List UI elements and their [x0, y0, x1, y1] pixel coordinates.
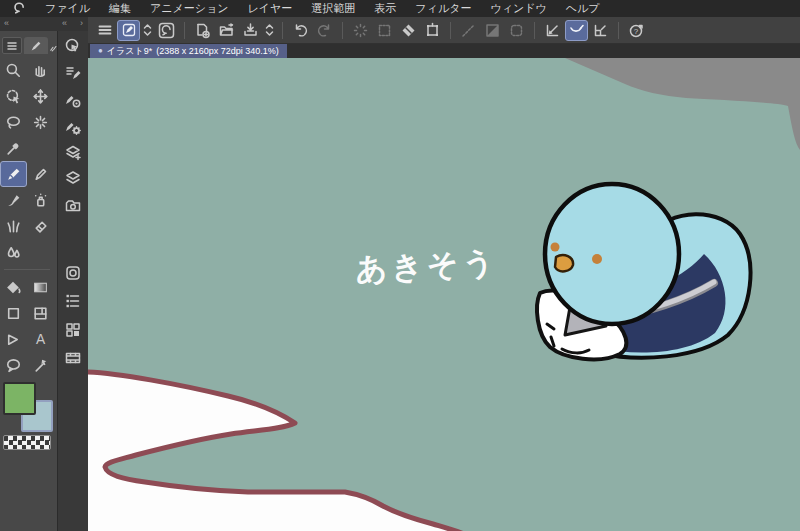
- menu-edit[interactable]: 編集: [109, 1, 131, 16]
- tool-grid: A: [0, 54, 57, 378]
- correct-line-tool[interactable]: [27, 352, 54, 378]
- lasso-tool[interactable]: [0, 109, 27, 135]
- airbrush-tool[interactable]: [27, 187, 54, 213]
- pencil-tool[interactable]: [27, 161, 54, 187]
- sub-tool-icon[interactable]: [64, 64, 82, 82]
- current-tool-object-icon[interactable]: [117, 20, 140, 41]
- menu-window[interactable]: ウィンドウ: [490, 1, 546, 16]
- save-icon[interactable]: [239, 20, 262, 41]
- material-icon[interactable]: [64, 321, 82, 339]
- tool-tab-next[interactable]: [50, 41, 57, 54]
- snap-to-special-ruler-icon[interactable]: [565, 20, 588, 41]
- svg-text:?: ?: [634, 27, 639, 36]
- left-sidebar: « « ›: [0, 17, 88, 531]
- menu-selection[interactable]: 選択範囲: [311, 1, 355, 16]
- svg-text:A: A: [36, 331, 46, 347]
- pen-tool[interactable]: [0, 161, 27, 187]
- move-layer-tool[interactable]: [27, 83, 54, 109]
- canvas-viewport[interactable]: あきそう: [88, 58, 800, 531]
- figure-tool[interactable]: [0, 300, 27, 326]
- document-title: イラスト9*: [107, 45, 152, 58]
- rotate-canvas-tool[interactable]: [0, 83, 27, 109]
- redo-icon[interactable]: [313, 20, 336, 41]
- toolbar-separator: [282, 22, 283, 39]
- tool-expand-icon[interactable]: [141, 20, 154, 41]
- palette-collapse-row: « « ›: [0, 17, 88, 31]
- auto-select-tool[interactable]: [27, 109, 54, 135]
- foreground-color-swatch[interactable]: [3, 382, 36, 415]
- undo-icon[interactable]: [289, 20, 312, 41]
- canvas-caption: あきそう: [354, 244, 499, 287]
- palette-icon-strip: [57, 31, 88, 531]
- unsaved-indicator-icon: ●: [98, 47, 103, 55]
- frame-border-tool[interactable]: [27, 300, 54, 326]
- menu-view[interactable]: 表示: [374, 1, 396, 16]
- bird-beak: [555, 255, 573, 271]
- clip-studio-icon[interactable]: [155, 20, 178, 41]
- new-file-icon[interactable]: [191, 20, 214, 41]
- brush-settings-icon[interactable]: [64, 118, 82, 136]
- expand-palette-strip-icon[interactable]: ›: [80, 18, 83, 28]
- main-area: ? ● イラスト9* (2388 x 2160px 72dpi 340.1%): [88, 17, 800, 531]
- zoom-tool[interactable]: [0, 57, 27, 83]
- snap-frame-icon[interactable]: [505, 20, 528, 41]
- snap-line-icon[interactable]: [457, 20, 480, 41]
- collapse-palette-strip-icon[interactable]: «: [62, 18, 67, 28]
- timeline-icon[interactable]: [64, 349, 82, 367]
- navigator-icon[interactable]: [64, 264, 82, 282]
- menu-filter[interactable]: フィルター: [415, 1, 471, 16]
- decoration-tool[interactable]: [0, 213, 27, 239]
- deselect-icon[interactable]: [349, 20, 372, 41]
- toolbar-separator: [450, 22, 451, 39]
- document-details: (2388 x 2160px 72dpi 340.1%): [156, 46, 279, 56]
- command-bar: ?: [88, 17, 800, 44]
- menu-help[interactable]: ヘルプ: [566, 1, 600, 16]
- bird-eye-right: [592, 254, 602, 264]
- tool-palette-menu-icon[interactable]: [2, 37, 22, 54]
- tool-property-icon[interactable]: [64, 91, 82, 109]
- save-expand-icon[interactable]: [263, 20, 276, 41]
- layer-icon[interactable]: [64, 169, 82, 187]
- color-swatches: [0, 382, 57, 454]
- clear-selection-icon[interactable]: [397, 20, 420, 41]
- document-tab-bar: ● イラスト9* (2388 x 2160px 72dpi 340.1%): [88, 44, 800, 58]
- gradient-tool[interactable]: [27, 274, 54, 300]
- eyedropper-tool[interactable]: [0, 135, 27, 161]
- document-tab[interactable]: ● イラスト9* (2388 x 2160px 72dpi 340.1%): [90, 44, 287, 58]
- tool-tab-draw[interactable]: [24, 37, 47, 54]
- transform-frame-icon[interactable]: [421, 20, 444, 41]
- toolbar-separator: [534, 22, 535, 39]
- support-icon[interactable]: ?: [625, 20, 648, 41]
- layer-property-icon[interactable]: [64, 292, 82, 310]
- eraser-tool[interactable]: [27, 213, 54, 239]
- snap-perspective-icon[interactable]: [481, 20, 504, 41]
- menu-file[interactable]: ファイル: [45, 1, 90, 16]
- text-tool[interactable]: A: [27, 326, 54, 352]
- menu-layer[interactable]: レイヤー: [248, 1, 293, 16]
- collapse-tool-palette-icon[interactable]: «: [4, 18, 9, 28]
- toolbar-separator: [618, 22, 619, 39]
- layer-search-icon[interactable]: [64, 144, 82, 162]
- clip-studio-logo-icon: [12, 2, 26, 16]
- menu-animation[interactable]: アニメーション: [150, 1, 229, 16]
- hand-tool[interactable]: [27, 57, 54, 83]
- tool-palette-tabs: [0, 31, 57, 54]
- main-menu-icon[interactable]: [93, 20, 116, 41]
- menu-bar: ファイル 編集 アニメーション レイヤー 選択範囲 表示 フィルター ウィンドウ…: [0, 0, 800, 17]
- bird-eye-left: [551, 243, 560, 252]
- canvas-artwork[interactable]: あきそう: [88, 58, 800, 531]
- reference-icon[interactable]: [64, 197, 82, 215]
- toolbar-separator: [184, 22, 185, 39]
- open-file-icon[interactable]: [215, 20, 238, 41]
- reselect-icon[interactable]: [373, 20, 396, 41]
- tool-separator: [4, 269, 50, 270]
- snap-to-ruler-icon[interactable]: [541, 20, 564, 41]
- sub-view-icon[interactable]: [64, 37, 82, 55]
- fill-tool[interactable]: [0, 274, 27, 300]
- snap-to-grid-icon[interactable]: [589, 20, 612, 41]
- blend-tool[interactable]: [0, 239, 27, 265]
- balloon-tool[interactable]: [0, 352, 27, 378]
- transparent-color-swatch[interactable]: [3, 435, 51, 450]
- brush-tool[interactable]: [0, 187, 27, 213]
- polyline-tool[interactable]: [0, 326, 27, 352]
